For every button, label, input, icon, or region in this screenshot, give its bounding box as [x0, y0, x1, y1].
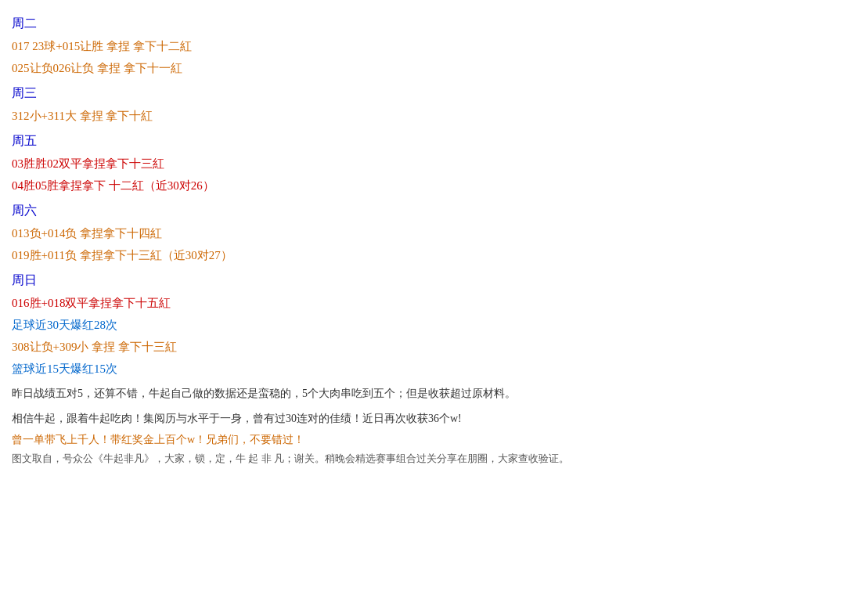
day-header: 周三 — [12, 85, 856, 102]
entry-line: 016胜+018双平拿捏拿下十五紅 — [12, 294, 856, 312]
entry-line: 03胜胜02双平拿捏拿下十三紅 — [12, 154, 856, 173]
entry-line: 308让负+309小 拿捏 拿下十三紅 — [12, 337, 856, 356]
entry-line: 019胜+011负 拿捏拿下十三紅（近30对27） — [12, 246, 856, 265]
entry-line: 04胜05胜拿捏拿下 十二紅（近30对26） — [12, 176, 856, 195]
main-content: 周二017 23球+015让胜 拿捏 拿下十二紅025让负026让负 拿捏 拿下… — [12, 16, 856, 378]
entry-line: 篮球近15天爆红15次 — [12, 359, 856, 378]
day-header: 周六 — [12, 203, 856, 219]
footer-line-4: 图文取自，号众公《牛起非凡》，大家，锁，定，牛 起 非 凡；谢关。稍晚会精选赛事… — [12, 452, 856, 466]
entry-line: 025让负026让负 拿捏 拿下十一紅 — [12, 59, 856, 78]
day-header: 周五 — [12, 133, 856, 150]
entry-line: 足球近30天爆红28次 — [12, 316, 856, 334]
footer-section: 昨日战绩五对5，还算不错，牛起自己做的数据还是蛮稳的，5个大肉串吃到五个；但是收… — [12, 384, 856, 466]
footer-line-3: 曾一单带飞上千人！带红奖金上百个w！兄弟们，不要错过！ — [12, 433, 856, 447]
entry-line: 017 23球+015让胜 拿捏 拿下十二紅 — [12, 37, 856, 56]
footer-line-2: 相信牛起，跟着牛起吃肉！集阅历与水平于一身，曾有过30连对的佳绩！近日再次收获3… — [12, 409, 856, 428]
entry-line: 013负+014负 拿捏拿下十四紅 — [12, 224, 856, 243]
day-header: 周日 — [12, 272, 856, 289]
day-header: 周二 — [12, 16, 856, 32]
entry-line: 312小+311大 拿捏 拿下十紅 — [12, 106, 856, 125]
footer-line-1: 昨日战绩五对5，还算不错，牛起自己做的数据还是蛮稳的，5个大肉串吃到五个；但是收… — [12, 384, 856, 403]
